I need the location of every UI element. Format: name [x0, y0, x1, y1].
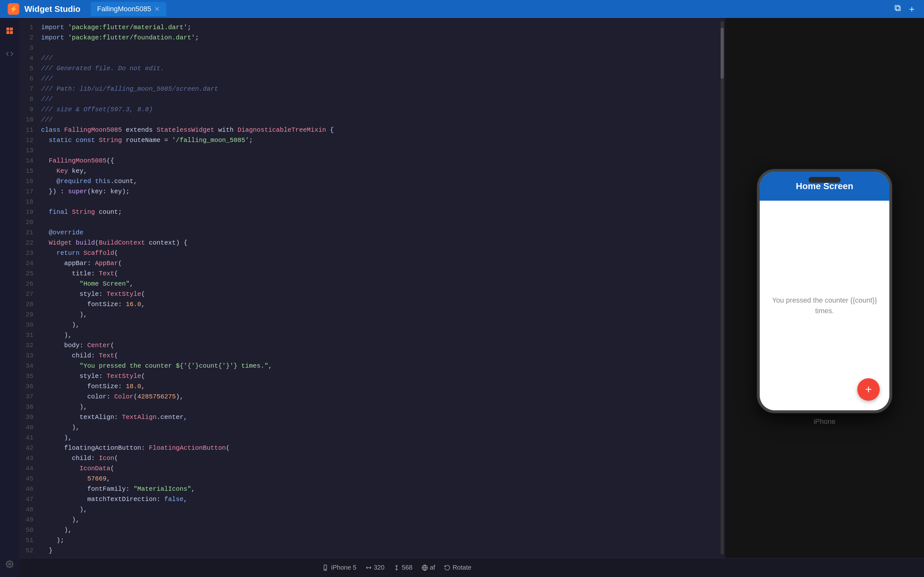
code-line-45: 57669, — [41, 474, 719, 484]
code-line-52: } — [41, 546, 719, 556]
code-line-30: ), — [41, 320, 719, 330]
svg-point-13 — [325, 569, 326, 570]
phone-device-label: iPhone — [814, 417, 836, 426]
code-line-32: body: Center( — [41, 340, 719, 351]
height-value: 568 — [402, 564, 412, 571]
sidebar-icon-settings[interactable] — [3, 558, 16, 571]
code-text[interactable]: import 'package:flutter/material.dart'; … — [39, 18, 719, 558]
code-line-34: "You pressed the counter ${'{'}count{'}'… — [41, 361, 719, 371]
code-line-25: title: Text( — [41, 269, 719, 279]
preview-bottom-bar: iPhone 5 320 568 af Rotate — [314, 558, 924, 577]
rotate-label: Rotate — [452, 564, 471, 571]
scrollbar-thumb[interactable] — [720, 27, 724, 79]
phone-mockup: Home Screen You pressed the counter {{co… — [757, 169, 892, 413]
height-control[interactable]: 568 — [393, 564, 412, 571]
code-line-9: /// size & Offset(597.3, 8.8) — [41, 105, 719, 115]
code-line-42: floatingActionButton: FloatingActionButt… — [41, 443, 719, 453]
code-line-19: final String count; — [41, 207, 719, 218]
locale-value: af — [430, 564, 435, 571]
code-line-24: appBar: AppBar( — [41, 258, 719, 269]
width-icon — [365, 564, 372, 571]
code-line-16: @required this.count, — [41, 176, 719, 187]
code-line-6: /// — [41, 74, 719, 84]
code-line-10: /// — [41, 115, 719, 125]
code-line-14: FallingMoon5085({ — [41, 156, 719, 166]
svg-rect-0 — [6, 27, 9, 31]
code-line-49: ), — [41, 515, 719, 525]
sidebar-icon-code[interactable] — [3, 47, 16, 60]
add-icon[interactable]: ＋ — [907, 3, 916, 15]
code-area[interactable]: 12345 678910 1112131415 1617181920 21222… — [19, 18, 725, 558]
svg-rect-3 — [10, 31, 13, 34]
code-editor: 12345 678910 1112131415 1617181920 21222… — [19, 18, 725, 577]
svg-rect-2 — [6, 31, 9, 34]
editor-tab[interactable]: FallingMoon5085 ✕ — [91, 2, 166, 16]
preview-counter-text: You pressed the counter {{count}} times. — [760, 288, 889, 322]
preview-panel: Home Screen You pressed the counter {{co… — [725, 18, 924, 577]
code-line-46: fontFamily: "MaterialIcons", — [41, 484, 719, 494]
code-line-35: style: TextStyle( — [41, 371, 719, 382]
code-line-5: /// Generated file. Do not edit. — [41, 63, 719, 74]
code-line-41: ), — [41, 433, 719, 443]
line-numbers: 12345 678910 1112131415 1617181920 21222… — [19, 18, 39, 558]
code-line-27: style: TextStyle( — [41, 289, 719, 300]
code-line-31: ), — [41, 330, 719, 340]
device-label: iPhone 5 — [331, 564, 357, 571]
scrollbar[interactable] — [720, 21, 724, 554]
copy-icon[interactable]: ⧉ — [895, 3, 901, 15]
app-logo: ⚡ — [8, 3, 19, 15]
code-line-48: ), — [41, 504, 719, 515]
code-line-36: fontSize: 18.0, — [41, 382, 719, 392]
width-value: 320 — [374, 564, 384, 571]
sidebar — [0, 18, 19, 577]
locale-selector[interactable]: af — [422, 564, 435, 571]
tab-label: FallingMoon5085 — [97, 5, 152, 13]
code-line-21: @override — [41, 227, 719, 238]
width-control[interactable]: 320 — [365, 564, 384, 571]
code-line-1: import 'package:flutter/material.dart'; — [41, 23, 719, 33]
globe-icon — [422, 564, 428, 571]
code-line-15: Key key, — [41, 166, 719, 176]
phone-screen: Home Screen You pressed the counter {{co… — [760, 172, 889, 410]
preview-fab[interactable]: + — [857, 378, 880, 401]
code-line-7: /// Path: lib/ui/falling_moon_5085/scree… — [41, 84, 719, 94]
top-bar: ⚡ Widget Studio FallingMoon5085 ✕ ⧉ ＋ — [0, 0, 924, 18]
sidebar-icon-widgets[interactable] — [3, 24, 16, 37]
rotate-button[interactable]: Rotate — [444, 564, 471, 571]
code-line-2: import 'package:flutter/foundation.dart'… — [41, 33, 719, 43]
code-line-11: class FallingMoon5085 extends StatelessW… — [41, 125, 719, 135]
code-line-38: ), — [41, 402, 719, 412]
code-line-8: /// — [41, 94, 719, 105]
rotate-icon — [444, 564, 451, 571]
code-line-39: textAlign: TextAlign.center, — [41, 412, 719, 422]
logo-icon: ⚡ — [10, 5, 18, 13]
code-line-28: fontSize: 16.0, — [41, 300, 719, 309]
code-line-3 — [41, 43, 719, 53]
tab-close-icon[interactable]: ✕ — [154, 5, 160, 13]
code-line-23: return Scaffold( — [41, 248, 719, 258]
code-line-40: ), — [41, 422, 719, 433]
main-content: 12345 678910 1112131415 1617181920 21222… — [0, 18, 924, 577]
code-line-51: ); — [41, 535, 719, 546]
code-line-50: ), — [41, 525, 719, 535]
svg-point-4 — [9, 563, 11, 565]
svg-rect-1 — [10, 27, 13, 31]
device-selector[interactable]: iPhone 5 — [322, 564, 357, 571]
code-line-44: IconData( — [41, 464, 719, 474]
fab-icon: + — [865, 383, 872, 396]
preview-app-bar: Home Screen — [760, 172, 889, 201]
code-line-17: }) : super(key: key); — [41, 187, 719, 197]
code-line-20 — [41, 218, 719, 227]
phone-icon — [322, 564, 328, 571]
phone-notch — [809, 177, 841, 183]
top-right-actions: ⧉ ＋ — [895, 3, 916, 15]
preview-app-body: You pressed the counter {{count}} times.… — [760, 201, 889, 410]
app-title: Widget Studio — [24, 4, 81, 14]
code-line-13 — [41, 145, 719, 156]
code-line-18 — [41, 197, 719, 207]
code-line-12: static const String routeName = '/fallin… — [41, 135, 719, 145]
code-line-43: child: Icon( — [41, 453, 719, 464]
height-icon — [393, 564, 400, 571]
code-line-22: Widget build(BuildContext context) { — [41, 238, 719, 248]
code-line-29: ), — [41, 309, 719, 320]
